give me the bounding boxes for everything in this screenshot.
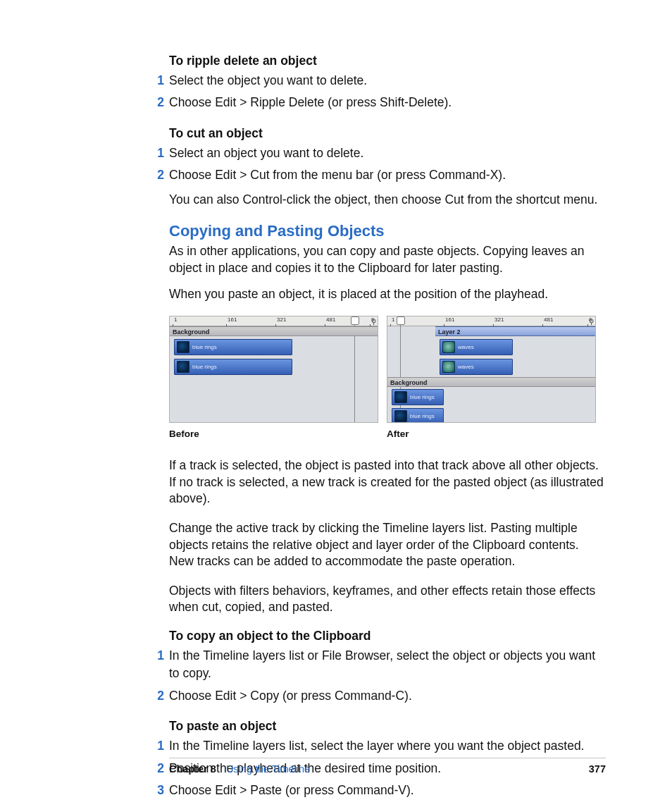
step-text: Choose Edit > Ripple Delete (or press Sh…: [169, 94, 452, 111]
step-row: 3 Choose Edit > Paste (or press Command-…: [169, 782, 606, 799]
step-number: 3: [155, 782, 169, 799]
timeline-ruler: 1 161 321 481 6 ⚲: [387, 316, 595, 326]
timeline-before: 1 161 321 481 6 ⚲ Background blue rings: [169, 316, 378, 423]
ruler-tick: 321: [277, 317, 286, 323]
heading-ripple-delete: To ripple delete an object: [169, 54, 606, 68]
playhead-icon: [400, 316, 401, 422]
section-copy-clipboard: To copy an object to the Clipboard 1 In …: [169, 629, 606, 705]
para-copy-1: As in other applications, you can copy a…: [169, 243, 606, 276]
timeline-clip: waves: [440, 359, 513, 375]
footer-page-number: 377: [589, 763, 606, 775]
para-copy-4: Change the active track by clicking the …: [169, 520, 606, 570]
step-row: 1 In the Timeline layers list, select th…: [169, 737, 606, 755]
figure-caption-after: After: [387, 429, 596, 439]
step-number: 2: [155, 687, 169, 705]
para-copy-5: Objects with filters behaviors, keyframe…: [169, 583, 606, 616]
figure-caption-before: Before: [169, 429, 378, 439]
timeline-clip: blue rings: [174, 359, 292, 375]
step-text: Choose Edit > Copy (or press Command-C).: [169, 687, 412, 705]
ruler-tick: 481: [326, 317, 335, 323]
section-title-copy-paste: Copying and Pasting Objects: [169, 222, 606, 240]
clip-label: blue rings: [410, 395, 435, 400]
heading-copy-clipboard: To copy an object to the Clipboard: [169, 629, 606, 643]
heading-paste-object: To paste an object: [169, 719, 606, 734]
group-header-background: Background: [387, 377, 595, 387]
page-footer: Chapter 8 Using the Timeline 377: [169, 758, 606, 773]
figure-row: 1 161 321 481 6 ⚲ Background blue rings: [169, 316, 606, 439]
clip-thumbnail-icon: [394, 410, 407, 422]
step-text: Choose Edit > Cut from the menu bar (or …: [169, 166, 506, 184]
timeline-after: 1 161 321 481 6 ⚲ Layer 2 waves: [387, 316, 596, 423]
clip-label: waves: [458, 364, 474, 370]
timeline-ruler: 1 161 321 481 6 ⚲: [170, 316, 378, 326]
step-number: 1: [155, 647, 169, 665]
timeline-clip: blue rings: [174, 339, 292, 355]
timeline-clip: waves: [440, 339, 513, 355]
section-ripple-delete: To ripple delete an object 1 Select the …: [169, 54, 606, 112]
ruler-tick: 1: [174, 317, 177, 323]
step-number: 1: [155, 737, 169, 755]
cut-note: You can also Control-click the object, t…: [169, 192, 606, 209]
step-number: 2: [155, 94, 169, 111]
clip-label: blue rings: [410, 414, 435, 419]
figure-before-column: 1 161 321 481 6 ⚲ Background blue rings: [169, 316, 378, 439]
step-number: 2: [155, 760, 169, 777]
ruler-tick: 481: [544, 317, 553, 323]
clip-thumbnail-icon: [394, 391, 407, 403]
clip-thumbnail-icon: [442, 361, 455, 373]
step-text: In the Timeline layers list or File Brow…: [169, 647, 606, 683]
group-header-background: Background: [170, 326, 378, 336]
step-text: Choose Edit > Paste (or press Command-V)…: [169, 782, 414, 799]
ruler-tick: 321: [494, 317, 504, 323]
step-text: Select the object you want to delete.: [169, 72, 367, 90]
timeline-clip: blue rings: [392, 408, 444, 423]
step-text: Select an object you want to delete.: [169, 144, 363, 162]
step-row: 1 In the Timeline layers list or File Br…: [169, 647, 606, 683]
clip-label: blue rings: [192, 345, 217, 350]
step-number: 1: [155, 72, 169, 90]
step-text: In the Timeline layers list, select the …: [169, 737, 584, 755]
para-copy-2: When you paste an object, it is placed a…: [169, 286, 606, 303]
magnifier-icon: ⚲: [371, 318, 376, 326]
footer-title: Using the Timeline: [226, 763, 310, 775]
step-row: 1 Select the object you want to delete.: [169, 72, 606, 90]
clip-label: waves: [458, 345, 474, 350]
clip-thumbnail-icon: [177, 341, 189, 353]
clip-thumbnail-icon: [177, 361, 189, 373]
step-row: 2 Choose Edit > Cut from the menu bar (o…: [169, 166, 606, 184]
footer-chapter: Chapter 8: [169, 763, 216, 775]
timeline-clip: blue rings: [392, 389, 444, 405]
ruler-tick: 161: [445, 317, 454, 323]
ruler-tick: 1: [392, 317, 394, 323]
group-header-layer2: Layer 2: [435, 326, 596, 336]
step-number: 1: [155, 144, 169, 162]
step-row: 1 Select an object you want to delete.: [169, 144, 606, 162]
magnifier-icon: ⚲: [589, 318, 594, 326]
figure-after-column: 1 161 321 481 6 ⚲ Layer 2 waves: [387, 316, 596, 439]
step-number: 2: [155, 166, 169, 184]
clip-label: blue rings: [192, 364, 217, 370]
ruler-tick: 161: [228, 317, 237, 323]
clip-thumbnail-icon: [442, 341, 455, 353]
step-row: 2 Choose Edit > Copy (or press Command-C…: [169, 687, 606, 705]
step-row: 2 Choose Edit > Ripple Delete (or press …: [169, 94, 606, 111]
heading-cut-object: To cut an object: [169, 126, 606, 141]
section-cut-object: To cut an object 1 Select an object you …: [169, 126, 606, 208]
para-copy-3: If a track is selected, the object is pa…: [169, 457, 606, 507]
